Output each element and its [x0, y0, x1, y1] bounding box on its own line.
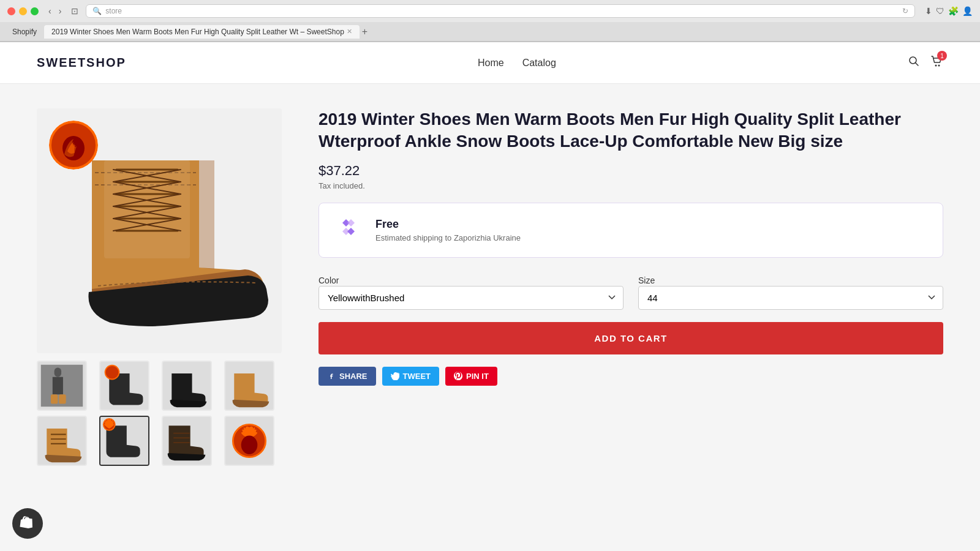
browser-actions: ⬇ 🛡 🧩 👤 — [925, 6, 973, 16]
color-label: Color — [318, 276, 339, 285]
minimize-button[interactable] — [19, 7, 27, 15]
sidebar-button[interactable]: ⊡ — [69, 5, 81, 17]
shipping-info: Free Estimated shipping to Zaporizhia Uk… — [375, 218, 928, 242]
thumbnail-7[interactable] — [162, 416, 212, 466]
tax-note: Tax included. — [318, 181, 943, 190]
svg-point-46 — [241, 435, 258, 454]
product-title: 2019 Winter Shoes Men Warm Boots Men Fur… — [318, 108, 943, 153]
tab-label-active: 2019 Winter Shoes Men Warm Boots Men Fur… — [51, 28, 344, 36]
color-option-group: Color YellowwithBrushed BlackwithBrushed… — [318, 275, 624, 310]
tab-label: Shopify — [12, 28, 37, 36]
share-pinterest-button[interactable]: PIN IT — [445, 367, 497, 386]
svg-line-1 — [915, 63, 918, 66]
twitter-icon — [391, 372, 399, 380]
extensions-icon[interactable]: 🧩 — [948, 6, 959, 16]
thumbnail-3[interactable] — [162, 361, 212, 411]
maximize-button[interactable] — [31, 7, 39, 15]
thumbnail-4[interactable] — [224, 361, 274, 411]
pinterest-icon — [454, 372, 462, 380]
forward-button[interactable]: › — [56, 5, 64, 17]
share-pinterest-label: PIN IT — [466, 372, 489, 381]
size-option-group: Size 38 39 40 41 42 43 44 45 46 47 — [638, 275, 943, 310]
product-details: 2019 Winter Shoes Men Warm Boots Men Fur… — [318, 108, 943, 466]
tab-product[interactable]: 2019 Winter Shoes Men Warm Boots Men Fur… — [44, 25, 360, 39]
profile-icon[interactable]: 👤 — [962, 6, 973, 16]
add-to-cart-button[interactable]: ADD TO CART — [318, 322, 943, 354]
thumbnail-1[interactable] — [37, 361, 87, 411]
reload-icon[interactable]: ↻ — [902, 7, 908, 15]
share-twitter-button[interactable]: TWEET — [382, 367, 440, 386]
svg-rect-29 — [59, 394, 66, 403]
shipping-free: Free — [375, 218, 928, 231]
share-facebook-label: SHARE — [339, 372, 368, 381]
nav-buttons: ‹ › — [46, 5, 64, 17]
tab-bar: Shopify 2019 Winter Shoes Men Warm Boots… — [0, 22, 980, 42]
shopify-icon — [20, 515, 36, 531]
share-facebook-button[interactable]: SHARE — [318, 367, 376, 386]
title-bar: ‹ › ⊡ 🔍 store ↻ ⬇ 🛡 🧩 👤 — [0, 0, 980, 22]
tab-shopify[interactable]: Shopify — [5, 25, 44, 39]
size-select[interactable]: 38 39 40 41 42 43 44 45 46 47 — [638, 286, 943, 310]
store-header: SWEETSHOP Home Catalog 1 — [0, 42, 980, 84]
thumbnail-grid — [37, 361, 282, 466]
cart-button[interactable]: 1 — [930, 54, 943, 71]
product-images — [37, 108, 282, 466]
thumbnail-5[interactable] — [37, 416, 87, 466]
shipping-icon — [334, 216, 363, 245]
svg-marker-48 — [347, 219, 355, 227]
options-row: Color YellowwithBrushed BlackwithBrushed… — [318, 275, 943, 310]
main-product-image — [37, 108, 282, 353]
shipping-box: Free Estimated shipping to Zaporizhia Uk… — [318, 203, 943, 258]
svg-rect-27 — [53, 377, 63, 395]
header-icons: 1 — [908, 54, 943, 71]
close-button[interactable] — [7, 7, 15, 15]
svg-marker-50 — [347, 228, 355, 235]
store-logo: SWEETSHOP — [37, 56, 126, 70]
search-icon — [908, 55, 920, 67]
back-button[interactable]: ‹ — [46, 5, 54, 17]
new-tab-button[interactable]: + — [362, 26, 368, 37]
shield-icon[interactable]: 🛡 — [936, 6, 944, 16]
main-content: 2019 Winter Shoes Men Warm Boots Men Fur… — [0, 84, 980, 490]
address-text: store — [105, 7, 122, 15]
shopify-badge[interactable] — [12, 508, 43, 539]
close-icon[interactable]: ✕ — [347, 28, 352, 36]
thumbnail-8[interactable] — [224, 416, 274, 466]
svg-point-2 — [935, 65, 937, 67]
color-select[interactable]: YellowwithBrushed BlackwithBrushed DarkB… — [318, 286, 624, 310]
cart-count: 1 — [937, 51, 947, 61]
nav-home[interactable]: Home — [478, 58, 504, 69]
download-icon[interactable]: ⬇ — [925, 6, 932, 16]
shipping-detail: Estimated shipping to Zaporizhia Ukraine — [375, 233, 928, 242]
product-price: $37.22 — [318, 163, 943, 179]
facebook-icon — [327, 372, 336, 380]
social-share: SHARE TWEET PIN IT — [318, 367, 943, 386]
nav-catalog[interactable]: Catalog — [522, 58, 556, 69]
fire-badge — [49, 121, 98, 170]
svg-point-31 — [105, 365, 119, 380]
svg-point-3 — [938, 65, 940, 67]
diamond-icon — [334, 216, 363, 245]
address-bar[interactable]: 🔍 store ↻ — [86, 4, 915, 18]
search-button[interactable] — [908, 55, 920, 70]
browser-chrome: ‹ › ⊡ 🔍 store ↻ ⬇ 🛡 🧩 👤 Shopify 2019 Win… — [0, 0, 980, 42]
svg-rect-28 — [51, 394, 58, 403]
size-label: Size — [638, 276, 655, 285]
search-icon: 🔍 — [92, 7, 102, 15]
thumbnail-6[interactable] — [99, 416, 149, 466]
svg-rect-26 — [55, 368, 61, 377]
share-twitter-label: TWEET — [403, 372, 431, 381]
thumbnail-2[interactable] — [99, 361, 149, 411]
traffic-lights — [7, 7, 39, 15]
store-nav: Home Catalog — [478, 58, 556, 69]
website: SWEETSHOP Home Catalog 1 — [0, 42, 980, 490]
